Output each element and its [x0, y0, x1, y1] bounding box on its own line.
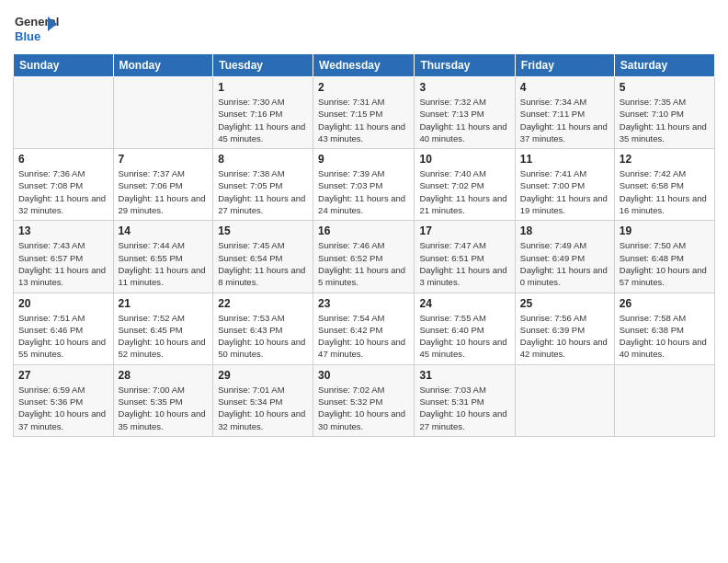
day-number: 6 — [18, 153, 108, 166]
day-detail: Sunrise: 7:31 AM Sunset: 7:15 PM Dayligh… — [318, 96, 409, 144]
day-number: 8 — [218, 153, 308, 166]
calendar-cell: 6Sunrise: 7:36 AM Sunset: 7:08 PM Daylig… — [14, 149, 114, 221]
day-number: 19 — [620, 224, 710, 237]
calendar-cell: 1Sunrise: 7:30 AM Sunset: 7:16 PM Daylig… — [213, 77, 313, 149]
day-number: 7 — [119, 153, 209, 166]
calendar-cell: 23Sunrise: 7:54 AM Sunset: 6:42 PM Dayli… — [313, 293, 415, 364]
day-detail: Sunrise: 7:53 AM Sunset: 6:43 PM Dayligh… — [218, 312, 308, 361]
day-detail: Sunrise: 7:44 AM Sunset: 6:55 PM Dayligh… — [119, 239, 209, 288]
calendar-cell: 30Sunrise: 7:02 AM Sunset: 5:32 PM Dayli… — [313, 364, 415, 436]
day-detail: Sunrise: 7:38 AM Sunset: 7:05 PM Dayligh… — [218, 167, 308, 216]
calendar-week-3: 13Sunrise: 7:43 AM Sunset: 6:57 PM Dayli… — [14, 221, 715, 293]
day-number: 10 — [419, 153, 509, 166]
day-number: 28 — [119, 369, 209, 382]
weekday-header-monday: Monday — [113, 54, 213, 77]
day-number: 20 — [18, 297, 108, 310]
day-detail: Sunrise: 7:32 AM Sunset: 7:13 PM Dayligh… — [419, 96, 509, 144]
day-number: 5 — [620, 81, 710, 94]
day-number: 24 — [419, 297, 509, 310]
calendar-cell: 19Sunrise: 7:50 AM Sunset: 6:48 PM Dayli… — [614, 221, 714, 293]
day-detail: Sunrise: 7:47 AM Sunset: 6:51 PM Dayligh… — [419, 239, 509, 288]
day-number: 27 — [18, 369, 108, 382]
day-detail: Sunrise: 7:58 AM Sunset: 6:38 PM Dayligh… — [620, 312, 710, 361]
weekday-header-friday: Friday — [515, 54, 614, 77]
calendar-cell: 3Sunrise: 7:32 AM Sunset: 7:13 PM Daylig… — [415, 77, 515, 149]
calendar-cell: 14Sunrise: 7:44 AM Sunset: 6:55 PM Dayli… — [113, 221, 213, 293]
header: General Blue — [13, 9, 715, 46]
day-number: 30 — [318, 369, 409, 382]
calendar-cell: 21Sunrise: 7:52 AM Sunset: 6:45 PM Dayli… — [113, 293, 213, 364]
day-detail: Sunrise: 7:02 AM Sunset: 5:32 PM Dayligh… — [318, 384, 409, 432]
weekday-header-thursday: Thursday — [415, 54, 515, 77]
calendar-week-5: 27Sunrise: 6:59 AM Sunset: 5:36 PM Dayli… — [14, 364, 715, 436]
calendar-cell: 25Sunrise: 7:56 AM Sunset: 6:39 PM Dayli… — [515, 293, 614, 364]
day-number: 25 — [520, 297, 609, 310]
calendar-cell: 16Sunrise: 7:46 AM Sunset: 6:52 PM Dayli… — [313, 221, 415, 293]
calendar-cell: 28Sunrise: 7:00 AM Sunset: 5:35 PM Dayli… — [113, 364, 213, 436]
day-detail: Sunrise: 7:40 AM Sunset: 7:02 PM Dayligh… — [419, 167, 509, 216]
day-number: 11 — [520, 153, 609, 166]
day-detail: Sunrise: 6:59 AM Sunset: 5:36 PM Dayligh… — [18, 384, 108, 432]
day-detail: Sunrise: 7:54 AM Sunset: 6:42 PM Dayligh… — [318, 312, 409, 361]
day-number: 9 — [318, 153, 409, 166]
svg-text:Blue: Blue — [15, 29, 40, 43]
weekday-header-row: SundayMondayTuesdayWednesdayThursdayFrid… — [14, 54, 715, 77]
calendar-cell: 22Sunrise: 7:53 AM Sunset: 6:43 PM Dayli… — [213, 293, 313, 364]
day-detail: Sunrise: 7:00 AM Sunset: 5:35 PM Dayligh… — [119, 384, 209, 432]
day-number: 2 — [318, 81, 409, 94]
day-number: 29 — [218, 369, 308, 382]
day-detail: Sunrise: 7:55 AM Sunset: 6:40 PM Dayligh… — [419, 312, 509, 361]
calendar-table: SundayMondayTuesdayWednesdayThursdayFrid… — [13, 53, 715, 437]
day-detail: Sunrise: 7:37 AM Sunset: 7:06 PM Dayligh… — [119, 167, 209, 216]
calendar-cell: 4Sunrise: 7:34 AM Sunset: 7:11 PM Daylig… — [515, 77, 614, 149]
weekday-header-saturday: Saturday — [614, 54, 714, 77]
day-number: 14 — [119, 224, 209, 237]
calendar-cell: 24Sunrise: 7:55 AM Sunset: 6:40 PM Dayli… — [415, 293, 515, 364]
calendar-week-4: 20Sunrise: 7:51 AM Sunset: 6:46 PM Dayli… — [14, 293, 715, 364]
calendar-cell: 17Sunrise: 7:47 AM Sunset: 6:51 PM Dayli… — [415, 221, 515, 293]
day-detail: Sunrise: 7:03 AM Sunset: 5:31 PM Dayligh… — [419, 384, 509, 432]
calendar-cell: 12Sunrise: 7:42 AM Sunset: 6:58 PM Dayli… — [614, 149, 714, 221]
day-number: 17 — [419, 224, 509, 237]
calendar-cell — [113, 77, 213, 149]
day-detail: Sunrise: 7:34 AM Sunset: 7:11 PM Dayligh… — [520, 96, 609, 144]
calendar-week-1: 1Sunrise: 7:30 AM Sunset: 7:16 PM Daylig… — [14, 77, 715, 149]
day-detail: Sunrise: 7:56 AM Sunset: 6:39 PM Dayligh… — [520, 312, 609, 361]
calendar-cell: 26Sunrise: 7:58 AM Sunset: 6:38 PM Dayli… — [614, 293, 714, 364]
logo-svg: General Blue — [13, 9, 59, 46]
calendar-cell: 13Sunrise: 7:43 AM Sunset: 6:57 PM Dayli… — [14, 221, 114, 293]
day-detail: Sunrise: 7:49 AM Sunset: 6:49 PM Dayligh… — [520, 239, 609, 288]
day-number: 18 — [520, 224, 609, 237]
day-number: 21 — [119, 297, 209, 310]
calendar-cell — [515, 364, 614, 436]
page: General Blue SundayMondayTuesdayWednesda… — [0, 0, 728, 563]
weekday-header-sunday: Sunday — [14, 54, 114, 77]
day-detail: Sunrise: 7:43 AM Sunset: 6:57 PM Dayligh… — [18, 239, 108, 288]
calendar-cell: 8Sunrise: 7:38 AM Sunset: 7:05 PM Daylig… — [213, 149, 313, 221]
calendar-cell: 10Sunrise: 7:40 AM Sunset: 7:02 PM Dayli… — [415, 149, 515, 221]
day-number: 22 — [218, 297, 308, 310]
calendar-cell: 27Sunrise: 6:59 AM Sunset: 5:36 PM Dayli… — [14, 364, 114, 436]
day-detail: Sunrise: 7:01 AM Sunset: 5:34 PM Dayligh… — [218, 384, 308, 432]
day-number: 4 — [520, 81, 609, 94]
day-number: 23 — [318, 297, 409, 310]
calendar-cell: 5Sunrise: 7:35 AM Sunset: 7:10 PM Daylig… — [614, 77, 714, 149]
calendar-cell — [614, 364, 714, 436]
calendar-cell: 18Sunrise: 7:49 AM Sunset: 6:49 PM Dayli… — [515, 221, 614, 293]
calendar-cell: 11Sunrise: 7:41 AM Sunset: 7:00 PM Dayli… — [515, 149, 614, 221]
day-detail: Sunrise: 7:50 AM Sunset: 6:48 PM Dayligh… — [620, 239, 710, 288]
day-number: 16 — [318, 224, 409, 237]
calendar-cell — [14, 77, 114, 149]
day-number: 1 — [218, 81, 308, 94]
calendar-cell: 9Sunrise: 7:39 AM Sunset: 7:03 PM Daylig… — [313, 149, 415, 221]
calendar-cell: 2Sunrise: 7:31 AM Sunset: 7:15 PM Daylig… — [313, 77, 415, 149]
day-detail: Sunrise: 7:39 AM Sunset: 7:03 PM Dayligh… — [318, 167, 409, 216]
day-number: 15 — [218, 224, 308, 237]
weekday-header-tuesday: Tuesday — [213, 54, 313, 77]
calendar-cell: 20Sunrise: 7:51 AM Sunset: 6:46 PM Dayli… — [14, 293, 114, 364]
day-detail: Sunrise: 7:42 AM Sunset: 6:58 PM Dayligh… — [620, 167, 710, 216]
day-number: 12 — [620, 153, 710, 166]
calendar-cell: 15Sunrise: 7:45 AM Sunset: 6:54 PM Dayli… — [213, 221, 313, 293]
calendar-cell: 29Sunrise: 7:01 AM Sunset: 5:34 PM Dayli… — [213, 364, 313, 436]
day-detail: Sunrise: 7:51 AM Sunset: 6:46 PM Dayligh… — [18, 312, 108, 361]
